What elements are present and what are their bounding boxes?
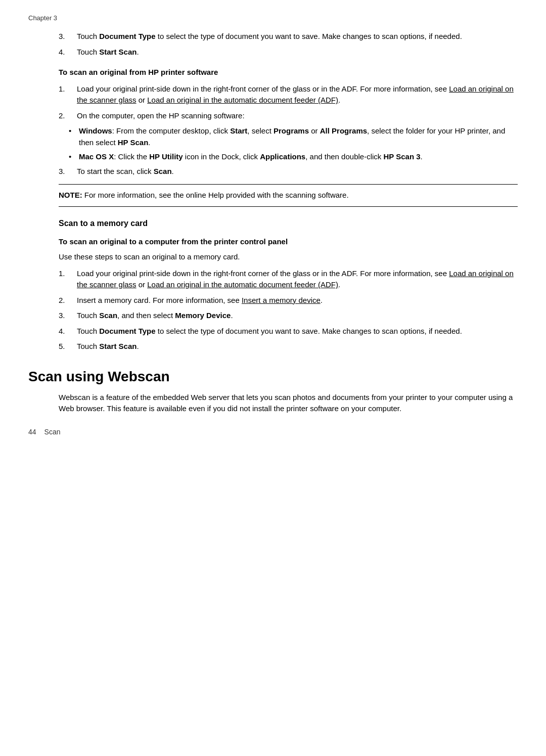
bold-text: HP Utility — [149, 152, 183, 161]
bullet-text: Windows: From the computer desktop, clic… — [79, 125, 518, 148]
list-item: 5. Touch Start Scan. — [59, 341, 518, 352]
sub-subsection-heading: To scan an original to a computer from t… — [59, 236, 518, 248]
bold-text: HP Scan — [118, 138, 149, 147]
list-item: 4. Touch Start Scan. — [59, 47, 518, 58]
bullet-dot: • — [69, 125, 79, 148]
link-text[interactable]: Load an original in the automatic docume… — [147, 96, 338, 104]
bold-text: Windows — [79, 126, 112, 135]
item-number: 1. — [59, 268, 77, 291]
item-text: On the computer, open the HP scanning so… — [77, 110, 518, 122]
bold-text: Start Scan — [99, 48, 136, 56]
subsection-heading: To scan an original from HP printer soft… — [59, 67, 518, 78]
list-item: 3. Touch Scan, and then select Memory De… — [59, 310, 518, 322]
item-number: 3. — [59, 310, 77, 322]
list-item: 3. To start the scan, click Scan. — [59, 166, 518, 177]
bold-text: Scan — [99, 311, 117, 320]
note-label: NOTE: For more information, see the onli… — [59, 191, 349, 199]
item-text: Load your original print-side down in th… — [77, 83, 518, 106]
list-item: 1. Load your original print-side down in… — [59, 83, 518, 106]
item-number: 4. — [59, 47, 77, 58]
page: Chapter 3 3. Touch Document Type to sele… — [0, 0, 546, 450]
list-item: 4. Touch Document Type to select the typ… — [59, 326, 518, 337]
bold-text: HP Scan 3 — [383, 152, 420, 161]
bullet-item: • Mac OS X: Click the HP Utility icon in… — [69, 151, 518, 163]
list-item: 1. Load your original print-side down in… — [59, 268, 518, 291]
bold-text: Scan — [154, 167, 172, 175]
top-items: 3. Touch Document Type to select the typ… — [28, 31, 518, 352]
bold-text: Memory Device — [175, 311, 231, 320]
item-text: Touch Start Scan. — [77, 341, 518, 352]
item-number: 2. — [59, 110, 77, 122]
bullet-list: • Windows: From the computer desktop, cl… — [59, 125, 518, 163]
page-section-title: Scan using Webscan — [28, 369, 518, 385]
list-item: 2. On the computer, open the HP scanning… — [59, 110, 518, 122]
bold-text: Applications — [260, 152, 305, 161]
link-text[interactable]: Insert a memory device — [242, 296, 321, 304]
item-text: Insert a memory card. For more informati… — [77, 295, 518, 306]
item-number: 3. — [59, 31, 77, 42]
bullet-item: • Windows: From the computer desktop, cl… — [69, 125, 518, 148]
item-text: Touch Document Type to select the type o… — [77, 326, 518, 337]
bold-text: Programs — [274, 126, 309, 135]
item-number: 5. — [59, 341, 77, 352]
section-heading: Scan to a memory card — [59, 219, 518, 228]
list-item: 2. Insert a memory card. For more inform… — [59, 295, 518, 306]
item-number: 3. — [59, 166, 77, 177]
note-box: NOTE: For more information, see the onli… — [59, 184, 518, 207]
footer-page-number: 44 — [28, 428, 36, 436]
bold-text: Start Scan — [99, 342, 136, 350]
item-text: Touch Scan, and then select Memory Devic… — [77, 310, 518, 322]
bold-text: NOTE: — [59, 191, 82, 199]
item-text: Touch Document Type to select the type o… — [77, 31, 518, 42]
bullet-text: Mac OS X: Click the HP Utility icon in t… — [79, 151, 518, 163]
item-text: To start the scan, click Scan. — [77, 166, 518, 177]
section-description: Webscan is a feature of the embedded Web… — [59, 392, 518, 415]
bold-text: All Programs — [320, 126, 367, 135]
item-text: Touch Start Scan. — [77, 47, 518, 58]
bullet-dot: • — [69, 151, 79, 163]
link-text[interactable]: Load an original in the automatic docume… — [147, 280, 338, 289]
item-number: 2. — [59, 295, 77, 306]
bold-text: Document Type — [99, 32, 155, 40]
chapter-label: Chapter 3 — [28, 14, 518, 22]
footer-section-label: Scan — [44, 428, 61, 436]
bold-text: Mac OS X — [79, 152, 114, 161]
bold-text: Start — [230, 126, 247, 135]
item-number: 1. — [59, 83, 77, 106]
item-number: 4. — [59, 326, 77, 337]
item-text: Load your original print-side down in th… — [77, 268, 518, 291]
bold-text: Document Type — [99, 327, 155, 335]
list-item: 3. Touch Document Type to select the typ… — [59, 31, 518, 42]
intro-text: Use these steps to scan an original to a… — [59, 251, 518, 263]
section-content: Webscan is a feature of the embedded Web… — [28, 392, 518, 415]
footer: 44 Scan — [28, 428, 518, 436]
